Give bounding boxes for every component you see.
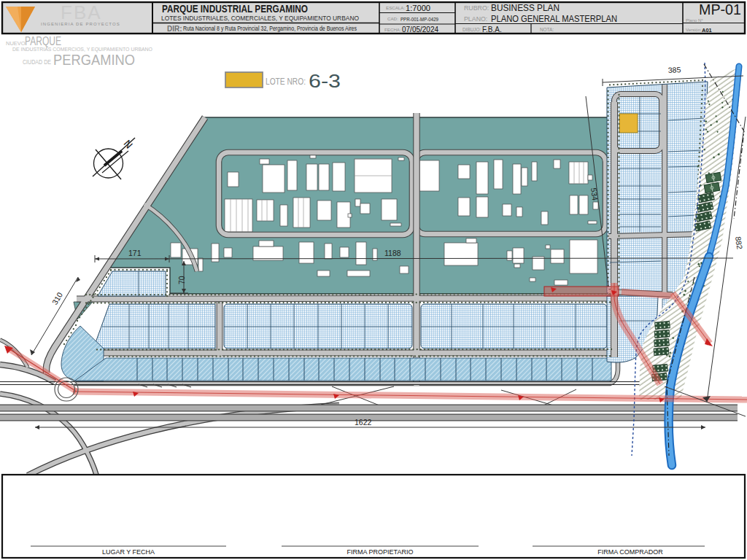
svg-text:FBA: FBA — [61, 1, 102, 23]
svg-text:FECHA:: FECHA: — [384, 27, 401, 32]
svg-text:Ruta Nacional 8 y Ruta Provinc: Ruta Nacional 8 y Ruta Provincial 32, Pe… — [183, 25, 357, 32]
svg-text:PERGAMINO: PERGAMINO — [53, 52, 135, 68]
svg-text:882: 882 — [734, 236, 744, 250]
svg-text:6-3: 6-3 — [309, 70, 341, 92]
svg-text:Plano N°: Plano N° — [686, 18, 703, 23]
svg-text:NOTA:: NOTA: — [540, 27, 554, 32]
svg-text:1:7000: 1:7000 — [406, 4, 430, 12]
svg-text:CIUDAD DE: CIUDAD DE — [23, 58, 51, 66]
svg-text:PLANO:: PLANO: — [464, 15, 487, 23]
svg-text:Versión:: Versión: — [686, 28, 702, 32]
svg-text:MP-01: MP-01 — [699, 1, 741, 18]
svg-text:INGENIERIA DE PROYECTOS: INGENIERIA DE PROYECTOS — [41, 22, 120, 26]
svg-text:LUGAR Y FECHA: LUGAR Y FECHA — [102, 548, 155, 556]
svg-text:RUBRO:: RUBRO: — [464, 4, 489, 12]
svg-text:385: 385 — [667, 65, 681, 74]
svg-text:534: 534 — [589, 187, 600, 201]
svg-text:A01: A01 — [702, 27, 712, 34]
svg-text:LOTE NRO:: LOTE NRO: — [266, 77, 306, 87]
svg-text:BUSINESS PLAN: BUSINESS PLAN — [491, 2, 560, 13]
svg-text:PARQUE INDUSTRIAL PERGAMINO: PARQUE INDUSTRIAL PERGAMINO — [162, 2, 308, 15]
svg-text:70: 70 — [177, 276, 186, 284]
svg-text:1188: 1188 — [384, 249, 401, 257]
svg-text:07/05/2024: 07/05/2024 — [402, 25, 438, 34]
svg-text:DIBUJO:: DIBUJO: — [462, 27, 481, 32]
svg-text:171: 171 — [128, 249, 142, 257]
svg-text:FIRMA COMPRADOR: FIRMA COMPRADOR — [597, 548, 663, 556]
svg-text:ESCALA:: ESCALA: — [386, 5, 405, 10]
svg-text:PLANO GENERAL MASTERPLAN: PLANO GENERAL MASTERPLAN — [491, 13, 617, 24]
svg-text:DIR:: DIR: — [167, 25, 182, 33]
svg-text:F.B.A.: F.B.A. — [482, 26, 502, 34]
svg-text:1622: 1622 — [355, 418, 372, 427]
svg-text:CAD:: CAD: — [387, 16, 398, 21]
svg-text:PPR-001-MP-0429: PPR-001-MP-0429 — [400, 17, 438, 22]
svg-text:FIRMA PROPIETARIO: FIRMA PROPIETARIO — [347, 548, 414, 556]
svg-text:LOTES INDUSTRIALES, COMERCIALE: LOTES INDUSTRIALES, COMERCIALES, Y EQUIP… — [161, 14, 359, 22]
